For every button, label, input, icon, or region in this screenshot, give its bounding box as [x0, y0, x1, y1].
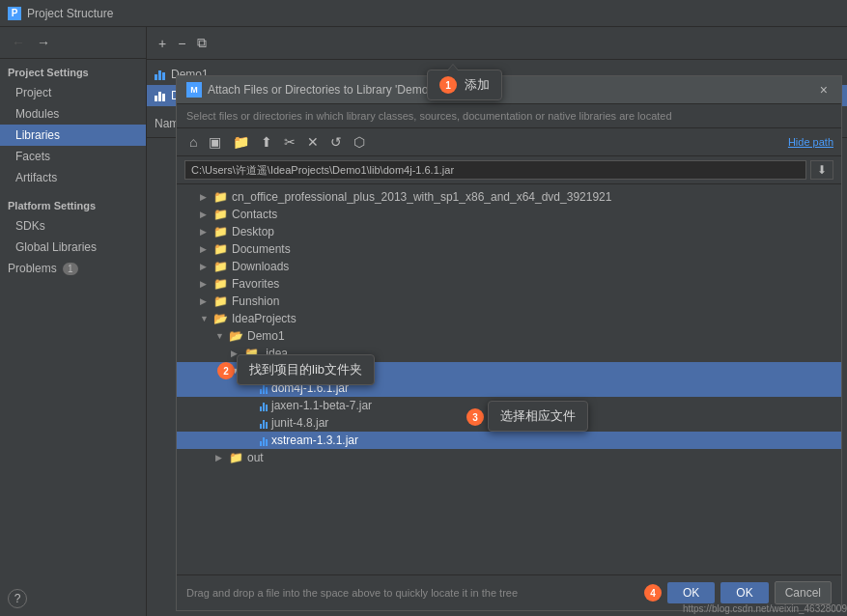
- module-toolbar: + − ⧉: [147, 27, 847, 60]
- folder-icon: 📁: [213, 190, 228, 204]
- expand-button[interactable]: ⬡: [349, 132, 370, 152]
- tree-item-funshion[interactable]: ▶ 📁 Funshion: [177, 293, 841, 310]
- tooltip2-text: 找到项目的lib文件夹: [249, 361, 362, 378]
- tree-item-favorites[interactable]: ▶ 📁 Favorites: [177, 275, 841, 293]
- step4-badge: 4: [644, 584, 662, 602]
- library-icon: [155, 69, 165, 80]
- path-input[interactable]: [184, 160, 806, 180]
- step2-indicator: 2: [217, 362, 235, 379]
- dialog-titlebar: M Attach Files or Directories to Library…: [177, 76, 841, 104]
- dialog-icon: M: [186, 82, 202, 98]
- main-layout: ← → Project Settings Project Modules Lib…: [0, 27, 847, 616]
- tree-item-documents[interactable]: ▶ 📁 Documents: [177, 240, 841, 258]
- nav-back-button[interactable]: ←: [8, 33, 29, 52]
- content-area: + − ⧉ Demo1 Demo11 Name:: [147, 27, 847, 616]
- tree-item-desktop[interactable]: ▶ 📁 Desktop: [177, 223, 841, 240]
- tree-item-demo1[interactable]: ▼ 📂 Demo1: [177, 327, 841, 345]
- dialog-description: Select files or directories in which lib…: [177, 104, 841, 128]
- nav-forward-button[interactable]: →: [33, 33, 54, 52]
- sidebar-item-facets[interactable]: Facets: [0, 146, 146, 167]
- tree-item-contacts[interactable]: ▶ 📁 Contacts: [177, 206, 841, 223]
- attach-dialog: M Attach Files or Directories to Library…: [176, 75, 842, 611]
- ok-button-2[interactable]: OK: [720, 582, 768, 603]
- watermark: https://blog.csdn.net/weixin_46328009: [683, 603, 847, 614]
- help-button[interactable]: ?: [8, 589, 27, 608]
- tooltip3-text: 选择相应文件: [500, 407, 576, 425]
- tooltip-add: 1 添加: [427, 70, 502, 100]
- library-icon-2: [155, 90, 165, 101]
- help-section: ?: [0, 581, 146, 616]
- delete-button[interactable]: ✕: [302, 132, 324, 152]
- sidebar-item-artifacts[interactable]: Artifacts: [0, 167, 146, 188]
- sidebar-item-global-libraries[interactable]: Global Libraries: [0, 237, 146, 258]
- cut-button[interactable]: ✂: [279, 132, 300, 152]
- tree-item-cn-office[interactable]: ▶ 📁 cn_office_professional_plus_2013_wit…: [177, 188, 841, 206]
- app-title: Project Structure: [27, 7, 113, 20]
- problems-badge: 1: [63, 263, 78, 275]
- new-folder-button[interactable]: 📁: [228, 132, 254, 152]
- tree-item-downloads[interactable]: ▶ 📁 Downloads: [177, 258, 841, 275]
- sidebar-item-project[interactable]: Project: [0, 82, 146, 103]
- tooltip2-bubble: 找到项目的lib文件夹: [237, 354, 375, 385]
- expand-arrow: ▶: [200, 192, 210, 202]
- remove-library-button[interactable]: −: [174, 34, 189, 53]
- copy-library-button[interactable]: ⧉: [193, 33, 211, 53]
- dialog-close-button[interactable]: ×: [816, 82, 832, 98]
- sidebar-item-sdks[interactable]: SDKs: [0, 215, 146, 237]
- jar-icon-3: [260, 417, 268, 429]
- project-settings-title: Project Settings: [0, 59, 146, 82]
- dialog-title-left: M Attach Files or Directories to Library…: [186, 82, 443, 98]
- path-go-button[interactable]: ⬇: [810, 160, 833, 180]
- add-library-button[interactable]: +: [155, 34, 170, 53]
- drag-hint: Drag and drop a file into the space abov…: [186, 587, 518, 599]
- title-bar: P Project Structure: [0, 0, 847, 27]
- jar-icon-2: [260, 400, 268, 411]
- home-button[interactable]: ⌂: [184, 132, 202, 152]
- footer-right: 4 OK OK Cancel: [644, 581, 832, 604]
- step3-indicator: 3: [466, 408, 484, 426]
- hide-path-button[interactable]: Hide path: [788, 136, 833, 148]
- dialog-title-text: Attach Files or Directories to Library '…: [208, 83, 443, 97]
- refresh-button[interactable]: ↺: [325, 132, 347, 152]
- dialog-toolbar: ⌂ ▣ 📁 ⬆ ✂ ✕ ↺ ⬡ Hide path: [177, 128, 841, 156]
- cancel-button[interactable]: Cancel: [775, 581, 832, 604]
- sidebar-nav: ← →: [0, 27, 146, 59]
- tooltip1-text: 添加: [465, 76, 490, 94]
- tree-item-label: cn_office_professional_plus_2013_with_sp…: [232, 190, 611, 204]
- step1-badge: 1: [439, 76, 457, 94]
- path-row: ⬇: [177, 156, 841, 184]
- dialog-toolbar-left: ⌂ ▣ 📁 ⬆ ✂ ✕ ↺ ⬡: [184, 132, 370, 152]
- platform-settings-title: Platform Settings: [0, 192, 146, 215]
- desktop-button[interactable]: ▣: [204, 132, 226, 152]
- folder-up-button[interactable]: ⬆: [256, 132, 277, 152]
- tooltip3-bubble: 选择相应文件: [488, 401, 588, 432]
- tree-item-ideaprojects[interactable]: ▼ 📂 IdeaProjects: [177, 310, 841, 327]
- app-icon: P: [8, 7, 21, 20]
- jar-icon-4: [260, 434, 268, 446]
- sidebar-item-libraries[interactable]: Libraries: [0, 125, 146, 146]
- tree-item-xstream[interactable]: ▶ xstream-1.3.1.jar: [177, 432, 841, 449]
- ok-button[interactable]: OK: [667, 582, 715, 603]
- sidebar-item-problems[interactable]: Problems 1: [0, 258, 146, 279]
- tree-item-out[interactable]: ▶ 📁 out: [177, 449, 841, 466]
- sidebar-item-modules[interactable]: Modules: [0, 103, 146, 125]
- sidebar: ← → Project Settings Project Modules Lib…: [0, 27, 147, 616]
- problems-label: Problems: [8, 262, 57, 275]
